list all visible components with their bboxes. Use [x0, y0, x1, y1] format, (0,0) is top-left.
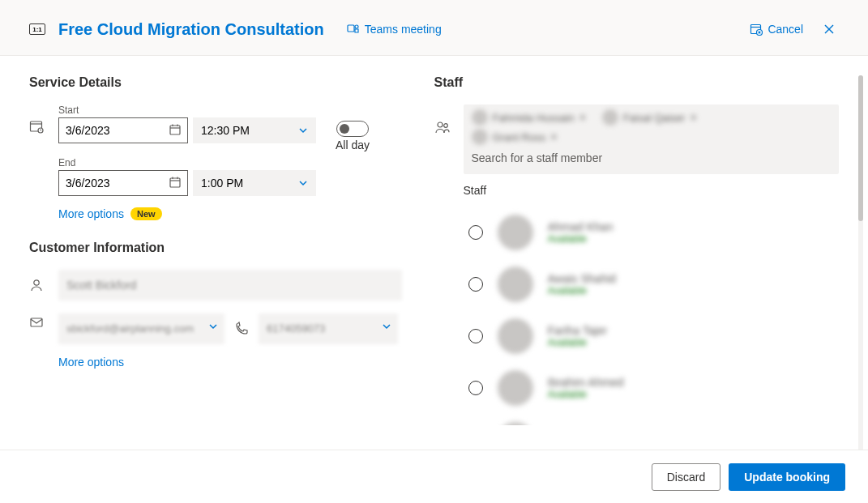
staff-heading: Staff	[434, 75, 840, 90]
dialog-content: Service Details Start 12:30 PM	[0, 56, 868, 450]
staff-radio[interactable]	[468, 225, 483, 240]
service-more-options-link[interactable]: More options	[58, 207, 124, 220]
avatar	[498, 318, 533, 354]
remove-chip-icon[interactable]: ×	[550, 130, 557, 143]
teams-meeting-label: Teams meeting	[365, 23, 442, 36]
staff-chip[interactable]: Faisal Qaiser ×	[602, 109, 697, 126]
cancel-link[interactable]: Cancel	[750, 23, 803, 36]
staff-list-heading: Staff	[464, 184, 840, 197]
staff-search-input[interactable]	[472, 148, 832, 168]
end-label: End	[58, 157, 410, 168]
staff-chip[interactable]: Fahmida Hussain ×	[472, 109, 586, 126]
svg-rect-16	[170, 178, 180, 187]
chevron-down-icon	[382, 322, 391, 331]
calendar-cancel-icon	[750, 23, 763, 36]
avatar	[498, 215, 533, 250]
customer-more-options-link[interactable]: More options	[58, 356, 124, 369]
avatar	[472, 109, 488, 126]
teams-icon	[347, 23, 360, 36]
chevron-down-icon	[298, 178, 308, 188]
mail-icon	[29, 307, 58, 330]
svg-point-23	[443, 124, 447, 128]
scrollbar[interactable]	[858, 75, 863, 450]
customer-info-heading: Customer Information	[29, 241, 410, 255]
page-title: Free Cloud Migration Consultation	[58, 20, 324, 39]
chevron-down-icon	[208, 322, 218, 331]
calendar-icon	[29, 104, 58, 134]
avatar	[498, 370, 533, 406]
people-icon	[434, 119, 451, 135]
staff-list[interactable]: Ahmad Khan Available Awais Shahid Availa…	[464, 207, 840, 425]
phone-icon	[234, 322, 249, 336]
dialog-header: 1:1 Free Cloud Migration Consultation Te…	[0, 0, 868, 56]
svg-point-20	[34, 280, 39, 285]
svg-rect-21	[31, 318, 42, 326]
svg-point-22	[438, 122, 443, 127]
remove-chip-icon[interactable]: ×	[690, 111, 696, 124]
avatar	[498, 422, 533, 425]
start-date-input[interactable]	[58, 117, 188, 152]
start-time-value: 12:30 PM	[201, 124, 250, 137]
remove-chip-icon[interactable]: ×	[579, 111, 586, 124]
start-time-select[interactable]: 12:30 PM	[193, 117, 316, 143]
customer-phone-select[interactable]: 6174059073	[259, 313, 398, 344]
avatar	[602, 109, 618, 126]
new-badge: New	[130, 207, 162, 220]
cancel-label: Cancel	[768, 23, 803, 36]
end-time-select[interactable]: 1:00 PM	[193, 170, 316, 196]
chevron-down-icon	[298, 126, 308, 135]
start-label: Start	[58, 104, 410, 116]
staff-chip[interactable]: Grant Ross ×	[472, 129, 558, 145]
svg-rect-12	[170, 126, 180, 134]
svg-point-1	[355, 25, 358, 28]
datepicker-icon[interactable]	[169, 123, 182, 136]
dialog-footer: Discard Update booking	[0, 450, 868, 503]
service-details-heading: Service Details	[29, 75, 410, 90]
staff-list-item[interactable]: John Smith	[464, 414, 828, 425]
customer-name-input[interactable]: Scott Bickford	[58, 270, 402, 301]
staff-radio[interactable]	[468, 329, 483, 343]
avatar	[472, 129, 488, 145]
all-day-toggle[interactable]	[336, 121, 369, 137]
staff-list-item[interactable]: Ahmad Khan Available	[464, 207, 828, 258]
end-date-input[interactable]	[58, 170, 188, 196]
avatar	[498, 266, 533, 302]
all-day-label: All day	[336, 139, 370, 152]
staff-list-item[interactable]: Awais Shahid Available	[464, 258, 828, 310]
svg-rect-0	[348, 25, 354, 32]
staff-list-item[interactable]: Ibrahim Ahmed Available	[464, 362, 828, 414]
booking-type-icon: 1:1	[29, 23, 45, 35]
staff-radio[interactable]	[468, 381, 483, 395]
staff-radio[interactable]	[468, 277, 483, 292]
customer-email-select[interactable]: sbickford@airplanning.com	[58, 313, 224, 344]
staff-list-item[interactable]: Fariha Tajer Available	[464, 310, 828, 362]
datepicker-icon[interactable]	[169, 176, 182, 189]
person-icon	[29, 270, 58, 292]
staff-selected-box: Fahmida Hussain × Faisal Qaiser × Grant …	[464, 104, 840, 174]
update-booking-button[interactable]: Update booking	[729, 463, 845, 491]
close-button[interactable]	[819, 19, 839, 39]
discard-button[interactable]: Discard	[652, 463, 720, 491]
teams-meeting-link[interactable]: Teams meeting	[347, 23, 442, 36]
close-icon	[823, 23, 836, 36]
end-time-value: 1:00 PM	[201, 177, 243, 190]
